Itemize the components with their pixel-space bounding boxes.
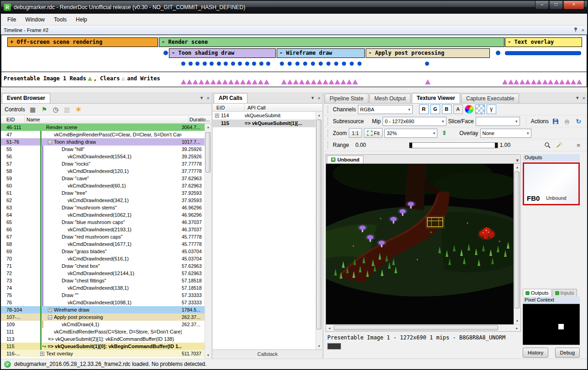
dock-dropdown-icon[interactable]: ▾	[576, 95, 579, 101]
scroll-down-icon[interactable]: ▼	[514, 318, 520, 324]
scrollbar-track[interactable]	[205, 130, 211, 352]
draw-event-dot[interactable]	[245, 62, 249, 66]
tab-inputs[interactable]: Inputs	[552, 289, 577, 297]
usage-write-marker[interactable]	[234, 79, 240, 84]
event-row-58[interactable]: 58vkCmdDrawIndexed(120,1)37.77778	[1, 167, 205, 175]
draw-event-dot[interactable]	[259, 62, 263, 66]
tab-capture-executable[interactable]: Capture Executable	[461, 94, 519, 103]
usage-write-marker[interactable]	[548, 79, 553, 84]
event-row-115[interactable]: 115↪=> vkQueueSubmit(1)[0]: vkBeginComma…	[1, 343, 205, 350]
usage-write-marker[interactable]	[193, 79, 198, 84]
green-channel-button[interactable]: G	[430, 104, 440, 114]
draw-event-dot[interactable]	[319, 62, 323, 66]
debug-button[interactable]: Debug	[555, 348, 580, 358]
blue-channel-button[interactable]: B	[442, 104, 452, 114]
save-texture-icon[interactable]	[551, 116, 560, 126]
scrollbar-thumb[interactable]	[205, 132, 210, 172]
usage-write-marker[interactable]	[520, 79, 525, 84]
bookmark-icon[interactable]: ∗	[75, 106, 82, 113]
usage-write-marker[interactable]	[346, 79, 352, 84]
event-row-47[interactable]: 47vkCmdBeginRenderPass(C=Clear, D=Clear,…	[1, 131, 205, 138]
usage-write-marker[interactable]	[329, 79, 334, 84]
toolbar-grip[interactable]	[327, 130, 329, 137]
title-bar[interactable]: R debugmarker.rdc - RenderDoc Unofficial…	[1, 1, 587, 14]
toolbar-grip[interactable]	[327, 141, 329, 149]
usage-write-marker[interactable]	[577, 79, 582, 84]
zoom-1to1-button[interactable]: 1:1	[349, 128, 362, 138]
history-button[interactable]: History	[523, 348, 548, 358]
range-options-icon[interactable]: ≡	[573, 141, 583, 150]
usage-write-marker[interactable]	[216, 79, 222, 84]
usage-write-marker[interactable]	[531, 79, 536, 84]
tab-mesh-output[interactable]: Mesh Output	[369, 94, 411, 103]
stats-icon[interactable]: ▥	[63, 106, 71, 113]
usage-write-marker[interactable]	[210, 79, 216, 84]
menu-tools[interactable]: Tools	[49, 15, 71, 25]
event-row-66[interactable]: 66vkCmdDrawIndexed(2193,1)46.37037	[1, 226, 205, 233]
draw-event-dot[interactable]	[288, 62, 292, 66]
export-image-icon[interactable]	[562, 116, 572, 126]
draw-event-dot[interactable]	[189, 62, 193, 66]
usage-write-marker[interactable]	[228, 79, 234, 84]
flip-vertical-icon[interactable]: ⇕	[439, 128, 449, 138]
scroll-up-icon[interactable]: ▲	[514, 164, 520, 171]
scroll-up-icon[interactable]: ▲	[316, 112, 322, 119]
scrollbar-thumb[interactable]	[316, 120, 321, 329]
tab-outputs[interactable]: Outputs	[523, 289, 551, 297]
timeline-bar-text-overlay[interactable]: - Text overlay	[505, 37, 582, 47]
event-row-70[interactable]: 70vkCmdDrawIndexed(516,1)45.03704	[1, 255, 205, 262]
scrollbar-track[interactable]	[514, 171, 520, 318]
event-row-73[interactable]: 73Draw "chest fittings"57.18518	[1, 277, 205, 284]
usage-write-marker[interactable]	[508, 79, 514, 84]
usage-write-marker[interactable]	[264, 79, 269, 84]
draw-event-dot[interactable]	[195, 62, 200, 66]
draw-event-dot[interactable]	[266, 62, 270, 66]
text-overlay-activity-bar[interactable]	[505, 51, 581, 55]
draw-event-dot[interactable]	[334, 62, 338, 66]
tab-api-calls[interactable]: API Calls	[214, 93, 247, 103]
draw-event-dot[interactable]	[326, 62, 331, 66]
usage-write-marker[interactable]	[425, 79, 430, 84]
tab-texture-viewer[interactable]: Texture Viewer	[412, 93, 460, 103]
draw-event-dot[interactable]	[224, 62, 228, 66]
dock-close-icon[interactable]: ×	[318, 95, 320, 101]
zoom-level-combo[interactable]: 32% ▾	[384, 129, 437, 138]
event-row-59[interactable]: 59Draw "cave"37.62963	[1, 175, 205, 182]
event-row-63[interactable]: 63Draw "mushroom stems"46.96296	[1, 204, 205, 211]
draw-event-dot[interactable]	[496, 51, 500, 55]
usage-write-marker[interactable]	[335, 79, 340, 84]
usage-write-marker[interactable]	[305, 79, 310, 84]
event-row-78-104[interactable]: 78-104+Wireframe draw1784.5...	[1, 306, 205, 313]
event-row-61[interactable]: 61Draw "tree"37.92593	[1, 189, 205, 197]
dock-close-icon[interactable]: ×	[583, 95, 585, 101]
dock-dropdown-icon[interactable]: ▾	[311, 95, 314, 101]
event-row-72[interactable]: 72vkCmdDrawIndexed(12144,1)57.62963	[1, 270, 205, 277]
draw-event-dot[interactable]	[163, 51, 168, 55]
event-row-64[interactable]: 64vkCmdDrawIndexed(1062,1)46.96296	[1, 211, 205, 219]
usage-write-marker[interactable]	[246, 79, 252, 84]
export-icon[interactable]: ▦	[29, 106, 37, 113]
usage-write-marker[interactable]	[565, 79, 571, 84]
api-row-115[interactable]: 115=> vkQueueSubmit(1)[...	[213, 120, 315, 127]
event-browser-scrollbar[interactable]: ▲ ▼	[205, 124, 211, 359]
usage-write-marker[interactable]	[352, 79, 358, 84]
usage-write-marker[interactable]	[199, 79, 204, 84]
tab-unbound-texture[interactable]: R Unbound	[327, 156, 363, 163]
event-row-60[interactable]: 60vkCmdDrawIndexed(60,1)37.62963	[1, 182, 205, 189]
draw-event-dot[interactable]	[181, 62, 185, 66]
event-row-71[interactable]: 71Draw "chest box"57.62963	[1, 262, 205, 270]
texture-horizontal-scrollbar[interactable]: ◄ ►	[326, 324, 520, 331]
event-row-68[interactable]: 68vkCmdDrawIndexed(1677,1)45.77778	[1, 240, 205, 248]
scrollbar-thumb[interactable]	[334, 325, 498, 330]
scroll-left-icon[interactable]: ◄	[326, 325, 333, 331]
usage-write-marker[interactable]	[341, 79, 346, 84]
timeline-bar-render-scene[interactable]: - Render scene	[159, 37, 504, 47]
event-row-55[interactable]: 55Draw "hill"39.25926	[1, 146, 205, 153]
alpha-channel-button[interactable]: A	[453, 104, 463, 114]
event-row-65[interactable]: 65Draw "blue mushroom caps"46.37037	[1, 219, 205, 226]
usage-write-marker[interactable]	[181, 79, 186, 84]
timeline-bar-apply-post-processing[interactable]: - Apply post processing	[366, 48, 490, 58]
event-row-46-111[interactable]: 46-111Render scene3064.7...	[1, 124, 205, 131]
event-row-76[interactable]: 76vkCmdDrawIndexed(1098,1)57.33333	[1, 299, 205, 306]
event-row-111[interactable]: 111vkCmdEndRenderPass(C=Store, D=Store, …	[1, 328, 205, 335]
